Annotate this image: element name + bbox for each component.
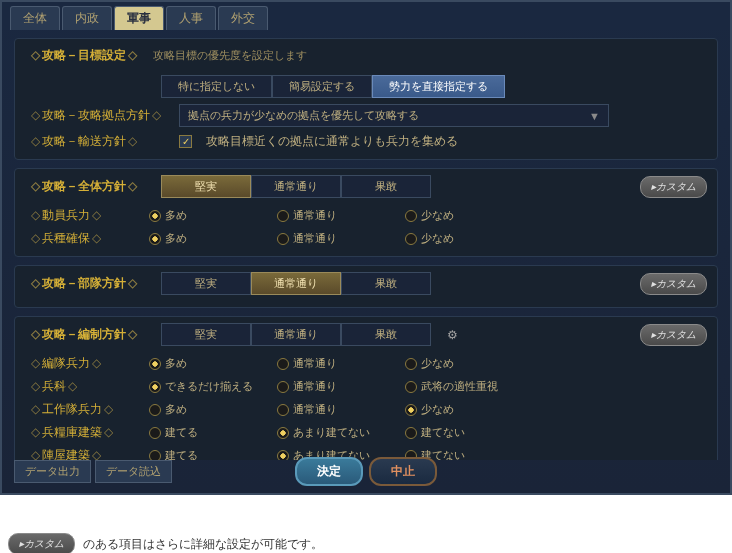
radio-option[interactable]: 通常通り: [277, 208, 397, 223]
row-label: 動員兵力: [31, 207, 141, 224]
radio-option[interactable]: 建てる: [149, 425, 269, 440]
data-import-button[interactable]: データ読込: [95, 460, 172, 483]
radio-option[interactable]: 通常通り: [277, 231, 397, 246]
unit-title: 攻略－部隊方針: [23, 273, 145, 294]
unit-seg-bold[interactable]: 果敢: [341, 272, 431, 295]
radio-option[interactable]: 少なめ: [405, 356, 525, 371]
radio-label: 多め: [165, 356, 187, 371]
footnote-custom-icon: ▸カスタム: [8, 533, 75, 553]
radio-option[interactable]: 多め: [149, 402, 269, 417]
radio-option[interactable]: あまり建てない: [277, 425, 397, 440]
unit-section: 攻略－部隊方針 堅実 通常通り 果敢 ▸カスタム: [14, 265, 718, 308]
radio-dot-icon: [277, 404, 289, 416]
row-label: 編隊兵力: [31, 355, 141, 372]
radio-group: 建てるあまり建てない建てない: [149, 425, 701, 440]
unit-custom-button[interactable]: ▸カスタム: [640, 273, 707, 295]
target-opt-direct[interactable]: 勢力を直接指定する: [372, 75, 505, 98]
option-row: 兵種確保多め通常通り少なめ: [23, 227, 709, 250]
radio-option[interactable]: 武将の適性重視: [405, 379, 525, 394]
tab-personnel[interactable]: 人事: [166, 6, 216, 30]
radio-dot-icon: [149, 358, 161, 370]
radio-dot-icon: [149, 427, 161, 439]
radio-option[interactable]: 多め: [149, 231, 269, 246]
tab-domestic[interactable]: 内政: [62, 6, 112, 30]
overall-title: 攻略－全体方針: [23, 176, 145, 197]
radio-option[interactable]: できるだけ揃える: [149, 379, 269, 394]
content-area: 攻略－目標設定 攻略目標の優先度を設定します 特に指定しない 簡易設定する 勢力…: [2, 30, 730, 460]
target-title: 攻略－目標設定: [23, 45, 145, 66]
radio-option[interactable]: 通常通り: [277, 379, 397, 394]
radio-dot-icon: [149, 233, 161, 245]
radio-label: 通常通り: [293, 356, 337, 371]
formation-seg-normal[interactable]: 通常通り: [251, 323, 341, 346]
radio-dot-icon: [149, 210, 161, 222]
radio-option[interactable]: 少なめ: [405, 231, 525, 246]
target-options: 特に指定しない 簡易設定する 勢力を直接指定する: [161, 75, 505, 98]
transport-label: 攻略目標近くの拠点に通常よりも兵力を集める: [206, 133, 458, 150]
footnote: ▸カスタム のある項目はさらに詳細な設定が可能です。: [0, 525, 732, 553]
formation-title: 攻略－編制方針: [23, 324, 145, 345]
formation-section: 攻略－編制方針 堅実 通常通り 果敢 ⚙ ▸カスタム 編隊兵力多め通常通り少なめ…: [14, 316, 718, 460]
radio-option[interactable]: 通常通り: [277, 356, 397, 371]
target-opt-simple[interactable]: 簡易設定する: [272, 75, 372, 98]
radio-option[interactable]: 少なめ: [405, 402, 525, 417]
option-row: 兵糧庫建築建てるあまり建てない建てない: [23, 421, 709, 444]
settings-window: 全体 内政 軍事 人事 外交 攻略－目標設定 攻略目標の優先度を設定します 特に…: [0, 0, 732, 495]
formation-seg-bold[interactable]: 果敢: [341, 323, 431, 346]
radio-option[interactable]: 建てない: [405, 425, 525, 440]
base-title: 攻略－攻略拠点方針: [31, 107, 171, 124]
radio-dot-icon: [277, 427, 289, 439]
radio-option[interactable]: 多め: [149, 208, 269, 223]
overall-seg-normal[interactable]: 通常通り: [251, 175, 341, 198]
option-row: 動員兵力多め通常通り少なめ: [23, 204, 709, 227]
radio-label: 少なめ: [421, 356, 454, 371]
radio-label: 建てる: [165, 425, 198, 440]
radio-label: 通常通り: [293, 231, 337, 246]
radio-dot-icon: [277, 233, 289, 245]
formation-seg-solid[interactable]: 堅実: [161, 323, 251, 346]
radio-group: 多め通常通り少なめ: [149, 402, 701, 417]
base-value: 拠点の兵力が少なめの拠点を優先して攻略する: [188, 108, 419, 123]
radio-dot-icon: [405, 358, 417, 370]
unit-segs: 堅実 通常通り 果敢: [161, 272, 431, 295]
option-row: 工作隊兵力多め通常通り少なめ: [23, 398, 709, 421]
tab-military[interactable]: 軍事: [114, 6, 164, 30]
gear-icon[interactable]: ⚙: [447, 328, 458, 342]
radio-group: 多め通常通り少なめ: [149, 356, 701, 371]
tab-all[interactable]: 全体: [10, 6, 60, 30]
overall-custom-button[interactable]: ▸カスタム: [640, 176, 707, 198]
radio-dot-icon: [405, 427, 417, 439]
base-dropdown[interactable]: 拠点の兵力が少なめの拠点を優先して攻略する ▼: [179, 104, 609, 127]
target-opt-none[interactable]: 特に指定しない: [161, 75, 272, 98]
radio-label: 多め: [165, 231, 187, 246]
tab-bar: 全体 内政 軍事 人事 外交: [2, 2, 730, 30]
formation-segs: 堅実 通常通り 果敢: [161, 323, 431, 346]
overall-seg-bold[interactable]: 果敢: [341, 175, 431, 198]
cancel-button[interactable]: 中止: [369, 457, 437, 486]
radio-label: 通常通り: [293, 379, 337, 394]
row-label: 兵科: [31, 378, 141, 395]
data-export-button[interactable]: データ出力: [14, 460, 91, 483]
row-label: 工作隊兵力: [31, 401, 141, 418]
footer: データ出力 データ読込 決定 中止: [2, 456, 730, 487]
radio-label: 通常通り: [293, 402, 337, 417]
radio-label: 少なめ: [421, 231, 454, 246]
transport-checkbox[interactable]: ✓: [179, 135, 192, 148]
radio-group: できるだけ揃える通常通り武将の適性重視: [149, 379, 701, 394]
radio-option[interactable]: 通常通り: [277, 402, 397, 417]
overall-seg-solid[interactable]: 堅実: [161, 175, 251, 198]
tab-diplomacy[interactable]: 外交: [218, 6, 268, 30]
option-row: 編隊兵力多め通常通り少なめ: [23, 352, 709, 375]
radio-label: できるだけ揃える: [165, 379, 253, 394]
radio-dot-icon: [149, 381, 161, 393]
radio-label: 武将の適性重視: [421, 379, 498, 394]
row-label: 兵糧庫建築: [31, 424, 141, 441]
ok-button[interactable]: 決定: [295, 457, 363, 486]
radio-option[interactable]: 少なめ: [405, 208, 525, 223]
formation-custom-button[interactable]: ▸カスタム: [640, 324, 707, 346]
unit-seg-solid[interactable]: 堅実: [161, 272, 251, 295]
target-section: 攻略－目標設定 攻略目標の優先度を設定します 特に指定しない 簡易設定する 勢力…: [14, 38, 718, 160]
unit-seg-normal[interactable]: 通常通り: [251, 272, 341, 295]
radio-option[interactable]: 多め: [149, 356, 269, 371]
radio-label: あまり建てない: [293, 425, 370, 440]
